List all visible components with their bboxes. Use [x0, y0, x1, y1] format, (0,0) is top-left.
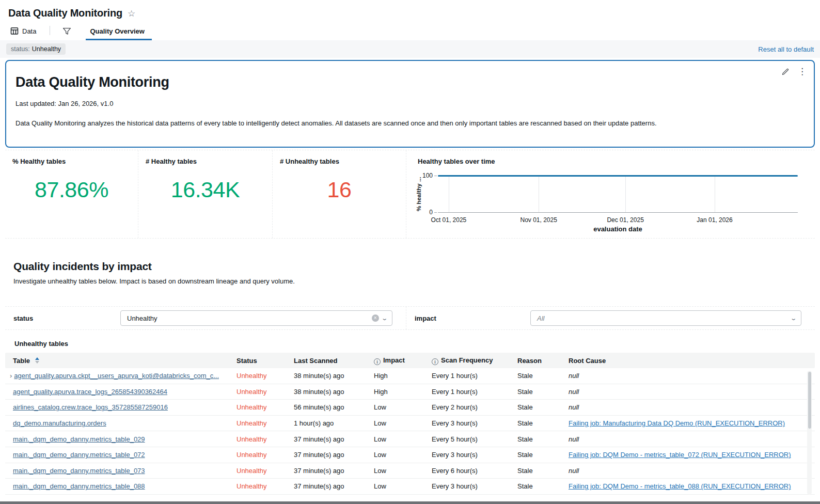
table-row[interactable]: agent_quality.apurva.trace_logs_26585439…: [5, 384, 815, 400]
chart-x-tick: Oct 01, 2025: [431, 216, 467, 224]
status-filter-chip[interactable]: status: Unhealthy: [6, 43, 66, 55]
viewport-bottom-edge: [0, 501, 820, 504]
filters-row: status Unhealthy × ⌄ impact All ⌄: [5, 306, 815, 330]
table-name-link[interactable]: main._dqm_demo_danny.metrics_table_029: [13, 435, 145, 443]
chevron-down-icon: ⌄: [381, 315, 388, 322]
counter-label: # Unhealthy tables: [280, 158, 406, 165]
chart-x-tick: Jan 01, 2026: [697, 216, 732, 224]
tab-quality-overview[interactable]: Quality Overview: [88, 22, 147, 40]
filter-tab-button[interactable]: [59, 22, 74, 40]
column-header-root-cause[interactable]: Root Cause: [567, 357, 815, 365]
cell-last-scanned: 37 minute(s) ago: [293, 482, 373, 490]
table-name-link[interactable]: main._dqm_demo_danny.metrics_table_088: [13, 482, 145, 490]
cell-root-cause: null: [567, 435, 815, 443]
edit-pencil-icon[interactable]: [781, 68, 790, 76]
counter-value: 87.86%: [5, 177, 138, 202]
favorite-star-icon[interactable]: ☆: [128, 9, 135, 18]
cell-root-cause: null: [567, 467, 815, 475]
cell-table-name: airlines_catalog.crew.trace_logs_3572855…: [5, 403, 235, 411]
column-header-table[interactable]: Table: [5, 357, 235, 365]
table-scrollbar[interactable]: [807, 371, 812, 495]
table-row[interactable]: main._dqm_demo_danny.metrics_table_072Un…: [5, 447, 815, 463]
counter-label: % Healthy tables: [12, 158, 138, 165]
column-header-last-scanned[interactable]: Last Scanned: [293, 357, 373, 365]
cell-impact: Low: [373, 435, 431, 443]
incidents-subtitle: Investigate unhealthy tables below. Impa…: [13, 277, 807, 285]
table-name-link[interactable]: dq_demo.manufacturing.orders: [13, 419, 106, 427]
chart-gridline: [625, 176, 626, 213]
column-header-reason[interactable]: Reason: [516, 357, 567, 365]
cell-impact: Low: [373, 451, 431, 459]
table-name-link[interactable]: agent_quality.apurva.ckpt__users_apurva_…: [14, 372, 219, 380]
table-row[interactable]: main._dqm_demo_danny.metrics_table_073Un…: [5, 463, 815, 479]
table-name-link[interactable]: main._dqm_demo_danny.metrics_table_072: [13, 451, 145, 459]
sort-icon[interactable]: [35, 357, 39, 364]
column-header-label: Impact: [383, 356, 405, 364]
cell-scan-frequency: Every 1 hour(s): [431, 388, 516, 396]
cell-status: Unhealthy: [235, 419, 293, 427]
table-row[interactable]: dq_demo.manufacturing.ordersUnhealthy1 h…: [5, 416, 815, 432]
cell-table-name: agent_quality.apurva.trace_logs_26585439…: [5, 388, 235, 396]
cell-scan-frequency: Every 6 hour(s): [431, 467, 516, 475]
cell-table-name: main._dqm_demo_danny.metrics_table_029: [5, 435, 235, 443]
card-title: Data Quality Monitoring: [15, 74, 805, 90]
cell-impact: High: [373, 372, 431, 380]
unhealthy-tables-widget: Unhealthy tables Table Status Last Scann…: [5, 336, 815, 495]
table-name-link[interactable]: agent_quality.apurva.trace_logs_26585439…: [13, 388, 167, 396]
cell-root-cause: null: [567, 403, 815, 411]
cell-last-scanned: 38 minute(s) ago: [293, 372, 373, 380]
root-cause-null: null: [569, 467, 815, 475]
status-select[interactable]: Unhealthy × ⌄: [120, 310, 392, 326]
counter-pct-healthy: % Healthy tables 87.86%: [5, 150, 138, 238]
counter-label: # Healthy tables: [146, 158, 272, 165]
scrollbar-thumb[interactable]: [808, 372, 811, 429]
tab-divider: [50, 26, 50, 35]
table-row[interactable]: main._dqm_demo_danny.metrics_table_029Un…: [5, 431, 815, 447]
root-cause-link[interactable]: Failing job: DQM Demo - metrics_table_08…: [569, 482, 815, 490]
cell-last-scanned: 56 minute(s) ago: [293, 403, 373, 411]
incidents-section-header: Quality incidents by impact Investigate …: [0, 239, 820, 306]
chart-plot-area[interactable]: 100 0: [438, 176, 798, 213]
root-cause-link[interactable]: Failing job: DQM Demo - metrics_table_07…: [569, 451, 815, 459]
table-row[interactable]: main._dqm_demo_danny.metrics_table_088Un…: [5, 479, 815, 495]
root-cause-link[interactable]: Failing job: Manufacturing Data DQ Demo …: [569, 419, 815, 427]
cell-status: Unhealthy: [235, 388, 293, 396]
cell-impact: Low: [373, 403, 431, 411]
table-row[interactable]: airlines_catalog.crew.trace_logs_3572855…: [5, 400, 815, 416]
chart-x-ticks: Oct 01, 2025Nov 01, 2025Dec 01, 2025Jan …: [438, 216, 798, 225]
cell-reason: Stale: [516, 435, 567, 443]
info-icon[interactable]: i: [432, 358, 438, 365]
column-header-label: Root Cause: [569, 357, 606, 365]
info-icon[interactable]: i: [374, 358, 381, 365]
cell-status: Unhealthy: [235, 467, 293, 475]
cell-last-scanned: 1 hour(s) ago: [293, 419, 373, 427]
root-cause-null: null: [569, 388, 815, 396]
cell-scan-frequency: Every 3 hour(s): [431, 451, 516, 459]
incidents-title: Quality incidents by impact: [13, 260, 807, 273]
reset-all-link[interactable]: Reset all to default: [758, 45, 814, 53]
table-name-link[interactable]: airlines_catalog.crew.trace_logs_3572855…: [13, 403, 168, 411]
chip-key: status:: [11, 45, 30, 53]
cell-table-name: ›agent_quality.apurva.ckpt__users_apurva…: [5, 372, 235, 380]
column-header-scan-frequency[interactable]: iScan Frequency: [431, 356, 516, 365]
root-cause-null: null: [569, 372, 815, 380]
cell-root-cause: Failing job: DQM Demo - metrics_table_08…: [567, 482, 815, 490]
impact-select[interactable]: All ⌄: [530, 310, 801, 326]
cell-status: Unhealthy: [235, 435, 293, 443]
table-widget-title: Unhealthy tables: [5, 336, 815, 353]
table-name-link[interactable]: main._dqm_demo_danny.metrics_table_073: [13, 467, 145, 475]
kebab-menu-icon[interactable]: ⋮: [798, 67, 807, 76]
impact-select-value: All: [537, 314, 544, 322]
tab-data[interactable]: Data: [8, 22, 38, 40]
clear-filter-icon[interactable]: ×: [372, 314, 379, 322]
expand-row-icon[interactable]: ›: [10, 372, 12, 380]
column-header-label: Scan Frequency: [441, 356, 493, 364]
column-header-impact[interactable]: iImpact: [373, 356, 431, 365]
cell-scan-frequency: Every 2 hour(s): [431, 403, 516, 411]
cell-table-name: main._dqm_demo_danny.metrics_table_072: [5, 451, 235, 459]
cell-reason: Stale: [516, 403, 567, 411]
column-header-status[interactable]: Status: [235, 357, 293, 365]
root-cause-null: null: [569, 435, 815, 443]
cell-table-name: dq_demo.manufacturing.orders: [5, 419, 235, 427]
table-row[interactable]: ›agent_quality.apurva.ckpt__users_apurva…: [5, 368, 815, 384]
